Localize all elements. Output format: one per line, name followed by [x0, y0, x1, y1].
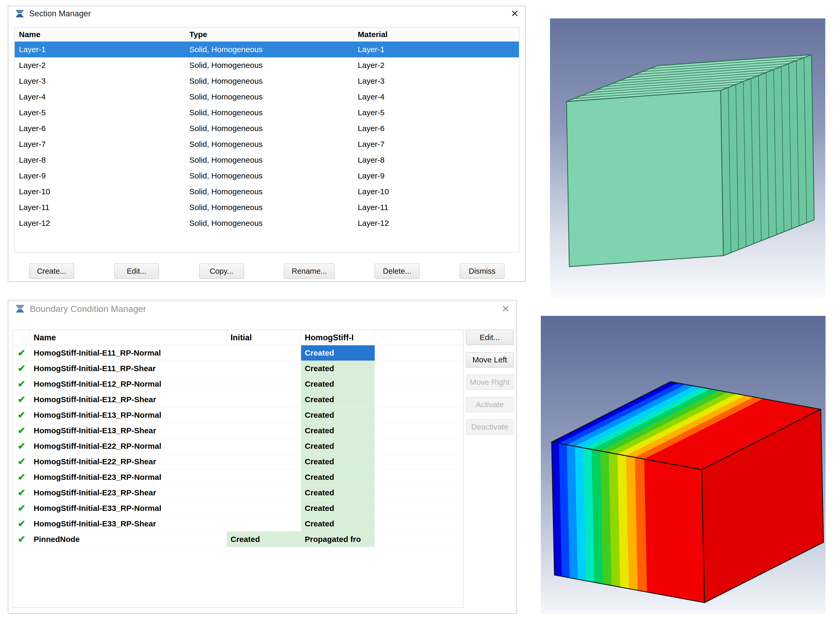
bc-row[interactable]: ✔HomogStiff-Initial-E33_RP-ShearCreated	[13, 516, 463, 532]
cell-bc-name: HomogStiff-Initial-E23_RP-Normal	[30, 469, 227, 485]
section-row[interactable]: Layer-8Solid, HomogeneousLayer-8	[15, 152, 519, 168]
cell-bc-name: HomogStiff-Initial-E12_RP-Shear	[30, 392, 227, 407]
cell-initial-state	[227, 485, 301, 501]
cell-type: Solid, Homogeneous	[185, 152, 354, 168]
cell-filler	[375, 438, 463, 454]
cell-type: Solid, Homogeneous	[185, 184, 354, 199]
cell-step-state[interactable]: Created	[301, 361, 375, 376]
create-button[interactable]: Create...	[29, 263, 74, 279]
bc-row[interactable]: ✔HomogStiff-Initial-E22_RP-NormalCreated	[13, 438, 463, 454]
cell-filler	[375, 407, 463, 423]
active-check-icon: ✔	[13, 469, 30, 485]
section-row[interactable]: Layer-12Solid, HomogeneousLayer-12	[15, 215, 519, 231]
rename-button[interactable]: Rename...	[284, 263, 334, 279]
viewport-contour-cube[interactable]	[541, 316, 825, 614]
cell-step-state[interactable]: Created	[301, 438, 375, 454]
cell-bc-name: HomogStiff-Initial-E22_RP-Shear	[30, 454, 227, 469]
section-manager-window: Section Manager ✕ Name Type Material Lay…	[8, 6, 526, 282]
section-row[interactable]: Layer-3Solid, HomogeneousLayer-3	[15, 73, 519, 89]
bc-row[interactable]: ✔HomogStiff-Initial-E13_RP-ShearCreated	[13, 423, 463, 438]
bc-row[interactable]: ✔HomogStiff-Initial-E11_RP-NormalCreated	[13, 345, 463, 361]
cell-step-state[interactable]: Created	[301, 376, 375, 392]
active-check-icon: ✔	[13, 501, 30, 516]
cell-material: Layer-3	[354, 73, 519, 89]
cell-name: Layer-7	[15, 136, 185, 152]
bc-row[interactable]: ✔HomogStiff-Initial-E23_RP-NormalCreated	[13, 469, 463, 485]
window-title: Section Manager	[29, 9, 91, 18]
section-row[interactable]: Layer-2Solid, HomogeneousLayer-2	[15, 57, 519, 73]
cell-step-state[interactable]: Created	[301, 485, 375, 501]
cell-step-state[interactable]: Created	[301, 392, 375, 407]
edit-button[interactable]: Edit...	[114, 263, 159, 279]
bc-manager-buttons: Edit... Move Left Move Right Activate De…	[466, 330, 513, 435]
cell-bc-name: HomogStiff-Initial-E12_RP-Normal	[30, 376, 227, 392]
cell-type: Solid, Homogeneous	[185, 215, 354, 231]
active-check-icon: ✔	[13, 392, 30, 407]
column-header-name[interactable]: Name	[15, 27, 185, 41]
column-header-material[interactable]: Material	[354, 27, 519, 41]
copy-button[interactable]: Copy...	[199, 263, 244, 279]
cell-type: Solid, Homogeneous	[185, 136, 354, 152]
move-left-button[interactable]: Move Left	[466, 352, 513, 367]
column-header-step[interactable]: HomogStiff-I	[301, 330, 375, 345]
cell-type: Solid, Homogeneous	[185, 73, 354, 89]
column-header-initial[interactable]: Initial	[227, 330, 301, 345]
cell-name: Layer-9	[15, 168, 185, 184]
cell-step-state[interactable]: Created	[301, 407, 375, 423]
cell-bc-name: HomogStiff-Initial-E33_RP-Shear	[30, 516, 227, 532]
bc-row[interactable]: ✔HomogStiff-Initial-E23_RP-ShearCreated	[13, 485, 463, 501]
active-check-icon: ✔	[13, 361, 30, 376]
bc-row[interactable]: ✔PinnedNodeCreatedPropagated fro	[13, 532, 463, 547]
cell-filler	[375, 485, 463, 501]
dismiss-button[interactable]: Dismiss	[460, 263, 505, 279]
cell-type: Solid, Homogeneous	[185, 42, 354, 57]
bc-row[interactable]: ✔HomogStiff-Initial-E12_RP-ShearCreated	[13, 392, 463, 407]
bc-row[interactable]: ✔HomogStiff-Initial-E13_RP-NormalCreated	[13, 407, 463, 423]
cell-bc-name: HomogStiff-Initial-E13_RP-Normal	[30, 407, 227, 423]
section-manager-buttons: Create... Edit... Copy... Rename... Dele…	[8, 263, 525, 279]
cell-material: Layer-7	[354, 136, 519, 152]
section-row[interactable]: Layer-9Solid, HomogeneousLayer-9	[15, 168, 519, 184]
close-icon[interactable]: ✕	[501, 304, 510, 314]
cell-step-state[interactable]: Created	[301, 423, 375, 438]
section-row[interactable]: Layer-11Solid, HomogeneousLayer-11	[15, 199, 519, 215]
active-check-icon: ✔	[13, 532, 30, 547]
close-icon[interactable]: ✕	[511, 9, 519, 18]
bc-row[interactable]: ✔HomogStiff-Initial-E33_RP-NormalCreated	[13, 501, 463, 516]
section-row[interactable]: Layer-5Solid, HomogeneousLayer-5	[15, 105, 519, 120]
cell-initial-state	[227, 454, 301, 469]
section-row[interactable]: Layer-1Solid, HomogeneousLayer-1	[15, 42, 519, 57]
section-row[interactable]: Layer-6Solid, HomogeneousLayer-6	[15, 120, 519, 136]
cell-step-state[interactable]: Created	[301, 501, 375, 516]
column-header-name[interactable]: Name	[30, 330, 227, 345]
section-row[interactable]: Layer-10Solid, HomogeneousLayer-10	[15, 184, 519, 199]
viewport-layered-cube[interactable]: z	[550, 18, 825, 297]
cell-step-state[interactable]: Created	[301, 454, 375, 469]
cell-filler	[375, 501, 463, 516]
cell-step-state[interactable]: Propagated fro	[301, 532, 375, 547]
cell-filler	[375, 361, 463, 376]
cell-name: Layer-11	[15, 199, 185, 215]
column-header-filler	[375, 330, 463, 345]
cell-name: Layer-10	[15, 184, 185, 199]
cell-step-state[interactable]: Created	[301, 469, 375, 485]
active-check-icon: ✔	[13, 516, 30, 532]
bc-row[interactable]: ✔HomogStiff-Initial-E22_RP-ShearCreated	[13, 454, 463, 469]
cell-step-state[interactable]: Created	[301, 516, 375, 532]
cell-name: Layer-3	[15, 73, 185, 89]
cell-step-state[interactable]: Created	[301, 345, 375, 361]
cell-initial-state	[227, 516, 301, 532]
sections-table-body: Layer-1Solid, HomogeneousLayer-1Layer-2S…	[15, 42, 519, 231]
bc-row[interactable]: ✔HomogStiff-Initial-E12_RP-NormalCreated	[13, 376, 463, 392]
section-row[interactable]: Layer-4Solid, HomogeneousLayer-4	[15, 89, 519, 105]
bc-table-header: Name Initial HomogStiff-I	[13, 330, 463, 345]
cell-filler	[375, 376, 463, 392]
column-header-type[interactable]: Type	[185, 27, 354, 41]
bc-manager-titlebar: Boundary Condition Manager ✕	[8, 300, 516, 317]
bc-row[interactable]: ✔HomogStiff-Initial-E11_RP-ShearCreated	[13, 361, 463, 376]
edit-button[interactable]: Edit...	[466, 330, 513, 345]
section-row[interactable]: Layer-7Solid, HomogeneousLayer-7	[15, 136, 519, 152]
delete-button[interactable]: Delete...	[375, 263, 420, 279]
activate-button: Activate	[466, 397, 513, 412]
active-check-icon: ✔	[13, 438, 30, 454]
